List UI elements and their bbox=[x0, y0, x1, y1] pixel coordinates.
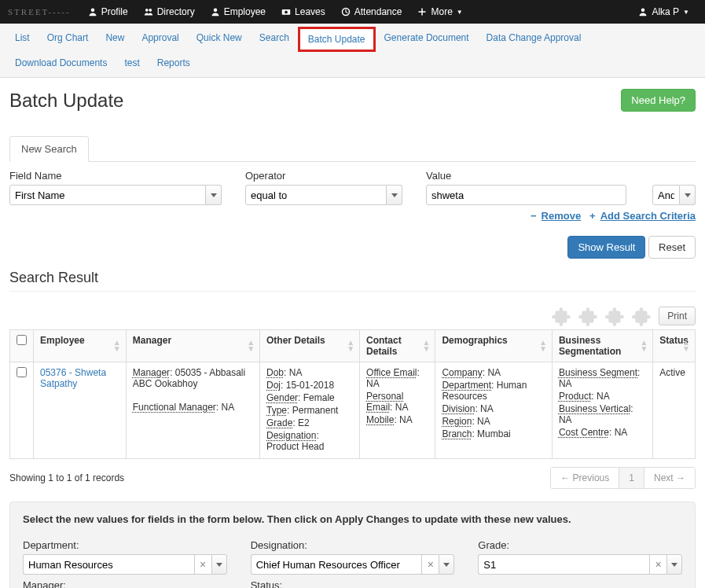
clear-icon[interactable]: × bbox=[649, 554, 666, 575]
select-all-checkbox[interactable] bbox=[17, 335, 27, 345]
nav-attendance-label: Attendance bbox=[354, 6, 402, 17]
show-result-button[interactable]: Show Result bbox=[567, 236, 645, 259]
sort-icon: ▲▼ bbox=[539, 340, 547, 352]
subnav-approval[interactable]: Approval bbox=[133, 27, 187, 52]
row-checkbox[interactable] bbox=[17, 367, 27, 377]
nav-more[interactable]: More ▼ bbox=[417, 6, 462, 17]
designation-value[interactable] bbox=[251, 554, 422, 575]
field-name-value[interactable] bbox=[9, 185, 206, 205]
clear-icon[interactable]: × bbox=[421, 554, 439, 575]
chevron-down-icon: ▼ bbox=[683, 9, 689, 16]
subnav-test[interactable]: test bbox=[116, 52, 148, 74]
nav-directory-label: Directory bbox=[157, 6, 195, 17]
gender-kv: Gender: Female bbox=[266, 392, 353, 403]
value-input[interactable] bbox=[426, 185, 626, 205]
puzzle-icon[interactable] bbox=[578, 306, 599, 326]
subnav-reports[interactable]: Reports bbox=[149, 52, 199, 74]
nav-employee-label: Employee bbox=[224, 6, 266, 17]
grade-select[interactable]: × bbox=[478, 554, 682, 575]
subnav-data-change-approval[interactable]: Data Change Approval bbox=[478, 27, 590, 52]
sort-icon: ▲▼ bbox=[113, 340, 121, 352]
user-icon bbox=[638, 7, 648, 17]
functional-manager-kv: Functional Manager: NA bbox=[133, 402, 253, 413]
search-criteria-row: Field Name Operator Value bbox=[9, 170, 696, 205]
nav-leaves-label: Leaves bbox=[295, 6, 325, 17]
department-label: Department: bbox=[23, 539, 227, 551]
app-logo: STREET----- bbox=[8, 7, 71, 17]
department-select[interactable]: × bbox=[23, 554, 227, 575]
col-status[interactable]: Status▲▼ bbox=[653, 330, 696, 362]
person-icon bbox=[211, 7, 220, 17]
need-help-button[interactable]: Need Help? bbox=[621, 89, 696, 112]
chevron-down-icon[interactable] bbox=[666, 554, 682, 575]
pager-next[interactable]: Next → bbox=[644, 468, 695, 488]
pager-page-1[interactable]: 1 bbox=[619, 468, 644, 488]
nav-profile[interactable]: Profile bbox=[88, 6, 128, 17]
subnav-batch-update[interactable]: Batch Update bbox=[298, 27, 376, 52]
nav-more-label: More bbox=[431, 6, 452, 17]
operator-label: Operator bbox=[245, 170, 402, 182]
doj-kv: Doj: 15-01-2018 bbox=[266, 380, 353, 391]
chevron-down-icon[interactable] bbox=[387, 185, 402, 205]
subnav-org-chart[interactable]: Org Chart bbox=[39, 27, 97, 52]
person-icon bbox=[88, 7, 97, 17]
logic-select[interactable] bbox=[652, 185, 696, 205]
search-result-heading: Search Result bbox=[9, 270, 696, 286]
branch-kv: Branch: Mumbai bbox=[442, 428, 545, 439]
cost-centre-kv: Cost Centre: NA bbox=[559, 427, 646, 438]
col-contact-details[interactable]: Contact Details▲▼ bbox=[360, 330, 435, 362]
field-name-select[interactable] bbox=[9, 185, 222, 205]
department-value[interactable] bbox=[23, 554, 194, 575]
add-criteria-link[interactable]: Add Search Criteria bbox=[600, 210, 696, 222]
subnav-download-documents[interactable]: Download Documents bbox=[6, 52, 116, 74]
showing-text: Showing 1 to 1 of 1 records bbox=[9, 472, 124, 483]
col-employee[interactable]: Employee▲▼ bbox=[34, 330, 127, 362]
chevron-down-icon[interactable] bbox=[680, 185, 696, 205]
chevron-down-icon[interactable] bbox=[439, 554, 454, 575]
subnav-list[interactable]: List bbox=[6, 27, 39, 52]
chevron-down-icon[interactable] bbox=[206, 185, 222, 205]
nav-leaves[interactable]: Leaves bbox=[281, 6, 325, 17]
logic-value[interactable] bbox=[652, 185, 680, 205]
clock-icon bbox=[341, 7, 351, 17]
designation-select[interactable]: × bbox=[251, 554, 455, 575]
print-button[interactable]: Print bbox=[659, 307, 696, 325]
puzzle-icon[interactable] bbox=[552, 306, 572, 326]
nav-attendance[interactable]: Attendance bbox=[341, 6, 402, 17]
chevron-down-icon[interactable] bbox=[211, 554, 227, 575]
table-row: 05376 - Shweta Satpathy Manager: 05035 -… bbox=[10, 362, 696, 459]
logic-label bbox=[652, 170, 696, 182]
grade-value[interactable] bbox=[478, 554, 649, 575]
operator-select[interactable] bbox=[245, 185, 402, 205]
region-kv: Region: NA bbox=[442, 416, 545, 427]
pager-prev[interactable]: ← Previous bbox=[551, 468, 619, 488]
subnav-quick-new[interactable]: Quick New bbox=[188, 27, 251, 52]
business-vertical-kv: Business Vertical: NA bbox=[559, 403, 646, 425]
nav-user-menu[interactable]: Alka P ▼ bbox=[638, 6, 689, 17]
operator-value[interactable] bbox=[245, 185, 387, 205]
subnav-generate-document[interactable]: Generate Document bbox=[376, 27, 478, 52]
col-demographics[interactable]: Demographics▲▼ bbox=[435, 330, 553, 362]
grade-kv: Grade: E2 bbox=[266, 417, 353, 428]
designation-kv: Designation: Product Head bbox=[266, 430, 353, 452]
subnav-search[interactable]: Search bbox=[251, 27, 298, 52]
tab-new-search[interactable]: New Search bbox=[9, 136, 89, 162]
puzzle-icon[interactable] bbox=[632, 306, 652, 326]
chevron-down-icon: ▼ bbox=[457, 9, 463, 16]
department-kv: Department: Human Resources bbox=[442, 380, 545, 402]
col-manager[interactable]: Manager▲▼ bbox=[126, 330, 259, 362]
subnav-new[interactable]: New bbox=[97, 27, 133, 52]
col-business-segmentation[interactable]: Business Segmentation▲▼ bbox=[552, 330, 652, 362]
status-label: Status: bbox=[251, 579, 455, 588]
nav-employee[interactable]: Employee bbox=[211, 6, 266, 17]
clear-icon[interactable]: × bbox=[194, 554, 211, 575]
reset-button[interactable]: Reset bbox=[648, 236, 696, 259]
nav-directory[interactable]: Directory bbox=[144, 6, 195, 17]
manager-label: Manager: bbox=[23, 579, 227, 588]
col-other-details[interactable]: Other Details▲▼ bbox=[260, 330, 360, 362]
employee-link[interactable]: 05376 - Shweta Satpathy bbox=[40, 367, 106, 389]
sub-nav: List Org Chart New Approval Quick New Se… bbox=[0, 24, 705, 78]
update-instruction: Select the new values for fields in the … bbox=[23, 513, 682, 525]
puzzle-icon[interactable] bbox=[605, 306, 626, 326]
remove-criteria-link[interactable]: Remove bbox=[542, 210, 582, 222]
